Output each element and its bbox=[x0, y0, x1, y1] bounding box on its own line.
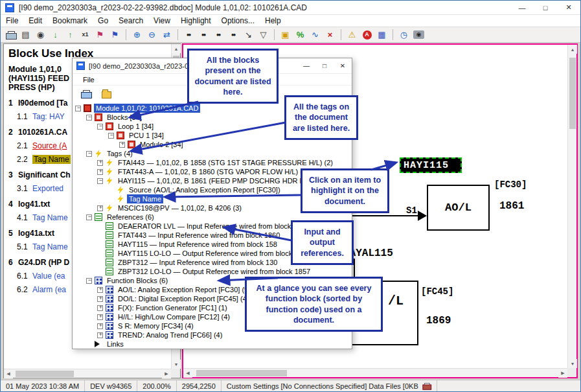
document-horizontal-scrollbar[interactable] bbox=[183, 368, 567, 377]
collapse-icon[interactable] bbox=[97, 178, 103, 184]
maximize-button[interactable]: □ bbox=[534, 1, 557, 14]
search-previous-icon[interactable]: ●● bbox=[227, 29, 240, 41]
menu-highlight[interactable]: Highlight bbox=[176, 16, 216, 25]
entry-number: 2.2 bbox=[17, 155, 32, 164]
scroll-right-icon[interactable] bbox=[162, 369, 171, 378]
menu-bookmark[interactable]: Bookmark bbox=[47, 16, 93, 25]
expand-icon[interactable] bbox=[119, 142, 125, 148]
popup-print-icon[interactable] bbox=[78, 87, 93, 101]
expander-spacer bbox=[97, 233, 103, 238]
close-button[interactable]: ✕ bbox=[557, 1, 580, 14]
tree-item-ref-zbpt312-lolo[interactable]: ZBPT312 LO-LO — Output Reference wired f… bbox=[73, 267, 352, 276]
refresh-icon[interactable]: ⇄ bbox=[160, 29, 174, 41]
left-panel-horizontal-scrollbar[interactable] bbox=[4, 369, 171, 378]
folder-glyph bbox=[102, 91, 111, 98]
popup-maximize-button[interactable]: □ bbox=[315, 59, 334, 73]
collapse-icon[interactable] bbox=[86, 214, 92, 220]
scroll-up-icon[interactable] bbox=[172, 44, 181, 53]
reference-icon bbox=[106, 222, 113, 230]
search-document-icon[interactable]: ●● bbox=[197, 29, 211, 41]
zoom-x1-icon[interactable]: x1 bbox=[78, 29, 92, 41]
popup-minimize-button[interactable]: — bbox=[297, 59, 315, 73]
menu-file[interactable]: File bbox=[1, 16, 23, 25]
collapse-icon[interactable] bbox=[75, 106, 81, 111]
callout-references: Input and output references. bbox=[291, 220, 354, 265]
collapse-icon[interactable] bbox=[86, 115, 92, 121]
tree-item-label: FTAT443 — Input Reference wired from blo… bbox=[116, 231, 282, 240]
search-next-icon[interactable]: ●● bbox=[212, 29, 225, 41]
go-up-icon[interactable]: ↑ bbox=[63, 29, 77, 41]
scroll-down-icon[interactable] bbox=[568, 359, 577, 368]
clock-icon[interactable]: ◷ bbox=[397, 29, 411, 41]
tree-item-links[interactable]: Links bbox=[73, 340, 352, 349]
expander-spacer bbox=[86, 341, 92, 347]
view-document-icon[interactable]: ◉ bbox=[34, 29, 47, 41]
expand-icon[interactable] bbox=[97, 314, 103, 320]
copy-page-icon[interactable]: ▤ bbox=[19, 29, 32, 41]
tree-item-label: FTAI443 — 1,01,02, B 1858 (STG 1ST STAGE… bbox=[116, 158, 335, 167]
scroll-down-icon[interactable] bbox=[172, 360, 181, 369]
tree-item-module2[interactable]: Module 2 [34] bbox=[73, 140, 352, 149]
expand-icon[interactable] bbox=[97, 332, 103, 338]
collapse-icon[interactable] bbox=[86, 278, 92, 284]
go-down-icon[interactable]: ↓ bbox=[49, 29, 62, 41]
expand-icon[interactable] bbox=[97, 305, 103, 311]
tree-item-fb-trend[interactable]: TREND: Analog Trend [FC66] (4) bbox=[73, 330, 352, 340]
menu-edit[interactable]: Edit bbox=[23, 16, 47, 25]
expand-icon[interactable] bbox=[97, 287, 103, 293]
tag-icon bbox=[106, 177, 113, 185]
menu-search[interactable]: Search bbox=[113, 16, 148, 25]
tag-icon bbox=[106, 204, 113, 212]
tree-item-tags[interactable]: Tags (4) bbox=[73, 149, 352, 158]
warning-icon[interactable]: ⚠ bbox=[345, 29, 359, 41]
zoom-out-icon[interactable]: ⊖ bbox=[145, 29, 159, 41]
document-vertical-scrollbar[interactable] bbox=[567, 45, 576, 368]
reference-icon bbox=[106, 268, 113, 275]
trend-icon[interactable]: ∿ bbox=[308, 29, 322, 41]
jump-icon[interactable]: ↘ bbox=[242, 29, 255, 41]
clear-highlight-icon[interactable]: × bbox=[323, 29, 337, 41]
scroll-up-icon[interactable] bbox=[568, 45, 577, 54]
print-icon[interactable] bbox=[4, 29, 17, 41]
function-block-aol[interactable]: AO/L bbox=[427, 185, 490, 231]
collapse-icon[interactable] bbox=[108, 133, 114, 139]
menu-view[interactable]: View bbox=[148, 16, 176, 25]
menu-go[interactable]: Go bbox=[93, 16, 113, 25]
tree-item-ftai443[interactable]: FTAI443 — 1,01,02, B 1858 (STG 1ST STAGE… bbox=[73, 158, 352, 167]
window-grid-icon[interactable]: ▦ bbox=[375, 29, 389, 41]
reference-icon bbox=[106, 240, 113, 248]
popup-menu-file[interactable]: File bbox=[78, 76, 100, 84]
highlighted-tag-hayi115[interactable]: HAYI115 bbox=[400, 157, 462, 173]
module-icon bbox=[84, 104, 91, 112]
search-icon[interactable]: ●● bbox=[182, 29, 196, 41]
scroll-left-icon[interactable] bbox=[183, 369, 192, 378]
expand-icon[interactable] bbox=[97, 296, 103, 302]
scrollbar-thumb[interactable] bbox=[16, 371, 74, 377]
flag-blue-icon[interactable]: ⚑ bbox=[108, 29, 122, 41]
expand-icon[interactable] bbox=[97, 169, 103, 175]
highlighter-icon[interactable]: ▣ bbox=[279, 29, 292, 41]
filter-icon[interactable]: ▽ bbox=[256, 29, 270, 41]
collapse-icon[interactable] bbox=[97, 124, 103, 130]
popup-close-button[interactable]: ✕ bbox=[334, 59, 352, 73]
menu-options[interactable]: Options... bbox=[216, 16, 260, 25]
alarm-icon[interactable]: A bbox=[360, 29, 374, 41]
camera-icon[interactable]: ◉ bbox=[412, 29, 426, 41]
scrollbar-thumb[interactable] bbox=[196, 370, 287, 376]
flag-red-icon[interactable]: ⚑ bbox=[93, 29, 107, 41]
expander-spacer bbox=[108, 196, 114, 202]
minimize-button[interactable]: — bbox=[510, 1, 534, 14]
tree-item-label: FTAT443-A — 1,01,02, B 1860 (STG VAPOR F… bbox=[116, 167, 311, 176]
menu-help[interactable]: Help bbox=[260, 16, 286, 25]
popup-open-report-icon[interactable] bbox=[98, 87, 114, 101]
tree-item-label: ZBPT312 — Input Reference wired from blo… bbox=[116, 258, 279, 267]
expand-icon[interactable] bbox=[97, 323, 103, 329]
scrollbar-thumb[interactable] bbox=[569, 58, 576, 129]
collapse-icon[interactable] bbox=[86, 151, 92, 157]
expand-icon[interactable] bbox=[97, 205, 103, 211]
scroll-left-icon[interactable] bbox=[4, 369, 13, 378]
zoom-in-icon[interactable]: ⊕ bbox=[130, 29, 144, 41]
expand-icon[interactable] bbox=[97, 160, 103, 166]
percent-icon[interactable]: % bbox=[293, 29, 307, 41]
scroll-right-icon[interactable] bbox=[558, 369, 567, 378]
